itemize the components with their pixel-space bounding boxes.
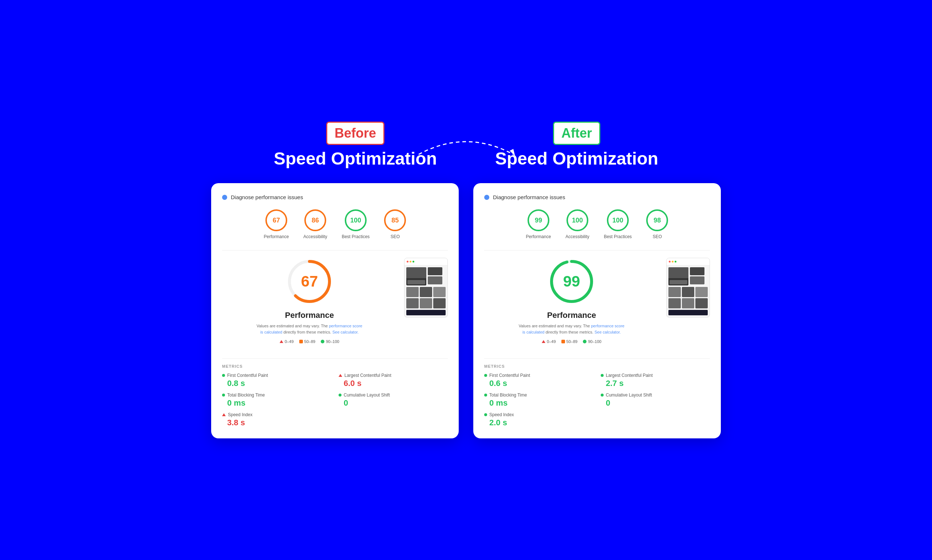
before-metrics-section: METRICS First Contentful Paint 0.8 s Lar… bbox=[222, 358, 448, 428]
mockup-dot-yellow bbox=[409, 261, 411, 263]
after-score-bestpractices: 100 Best Practices bbox=[604, 209, 632, 239]
metric-si-icon bbox=[222, 413, 226, 416]
metric-si-header: Speed Index bbox=[222, 412, 331, 417]
metric-cls-name: Cumulative Layout Shift bbox=[344, 392, 390, 398]
metric-cls-value: 0 bbox=[344, 398, 448, 408]
after-panel-title: Diagnose performance issues bbox=[493, 194, 565, 200]
after-perf-link2[interactable]: See calculator. bbox=[595, 330, 621, 334]
before-score-value-bp: 100 bbox=[350, 217, 361, 224]
after-metric-lcp-name: Largest Contentful Paint bbox=[606, 373, 653, 378]
before-preview bbox=[404, 258, 448, 349]
after-metrics-section: METRICS First Contentful Paint 0.6 s Lar… bbox=[484, 358, 710, 428]
after-metric-tbt-dot bbox=[484, 394, 487, 397]
after-score-value-perf: 99 bbox=[535, 217, 542, 224]
before-metrics-grid: First Contentful Paint 0.8 s Largest Con… bbox=[222, 373, 448, 428]
mockup-header bbox=[404, 258, 448, 265]
after-score-circle-seo: 98 bbox=[646, 209, 668, 231]
mockup-dot-green bbox=[412, 261, 414, 263]
after-metric-fcp-dot bbox=[484, 374, 487, 377]
after-mockup-dot-green bbox=[675, 261, 677, 263]
after-metric-tbt-value: 0 ms bbox=[489, 398, 594, 408]
before-legend: 0–49 50–89 90–100 bbox=[280, 339, 339, 344]
legend-item-low: 0–49 bbox=[280, 339, 294, 344]
before-big-circle: 67 bbox=[286, 258, 333, 305]
after-metric-tbt: Total Blocking Time 0 ms bbox=[484, 392, 594, 408]
after-big-score: 99 bbox=[563, 273, 580, 290]
before-left-content: 67 Performance Values are estimated and … bbox=[222, 258, 397, 349]
before-score-label-seo: SEO bbox=[391, 234, 400, 239]
metric-cls-header: Cumulative Layout Shift bbox=[338, 392, 448, 398]
after-badge: After bbox=[553, 122, 600, 145]
metric-lcp-icon bbox=[338, 374, 342, 377]
after-mockup bbox=[666, 258, 710, 317]
before-score-label-perf: Performance bbox=[264, 234, 289, 239]
after-scores-row: 99 Performance 100 Accessibility 100 Bes… bbox=[484, 209, 710, 239]
before-score-circle-seo: 85 bbox=[384, 209, 406, 231]
before-big-circle-container: 67 Performance Values are estimated and … bbox=[255, 258, 364, 344]
legend-circle-icon bbox=[321, 340, 325, 343]
metric-tbt-header: Total Blocking Time bbox=[222, 392, 331, 398]
before-panel-content: 67 Performance Values are estimated and … bbox=[222, 258, 448, 349]
metric-fcp-dot bbox=[222, 374, 225, 377]
metric-lcp: Largest Contentful Paint 6.0 s bbox=[338, 373, 448, 388]
before-score-value-acc: 86 bbox=[312, 217, 319, 224]
after-metric-cls-value: 0 bbox=[606, 398, 710, 408]
after-metrics-grid: First Contentful Paint 0.6 s Largest Con… bbox=[484, 373, 710, 428]
after-perf-title: Performance bbox=[547, 311, 596, 320]
before-mockup bbox=[404, 258, 448, 317]
before-score-value-seo: 85 bbox=[391, 217, 399, 224]
before-score-bestpractices: 100 Best Practices bbox=[342, 209, 370, 239]
before-panel-header: Diagnose performance issues bbox=[222, 194, 448, 200]
after-score-label-seo: SEO bbox=[653, 234, 662, 239]
metric-tbt-dot bbox=[222, 394, 225, 397]
before-perf-link2[interactable]: See calculator. bbox=[332, 330, 358, 334]
after-legend-triangle-icon bbox=[542, 340, 545, 343]
metric-fcp: First Contentful Paint 0.8 s bbox=[222, 373, 331, 388]
after-mockup-content bbox=[667, 265, 709, 317]
after-legend-circle-icon bbox=[583, 340, 586, 343]
after-score-seo: 98 SEO bbox=[646, 209, 668, 239]
metric-fcp-value: 0.8 s bbox=[227, 378, 331, 388]
mockup-content bbox=[404, 265, 448, 317]
main-container: Before Speed Optimization After Speed Op… bbox=[66, 122, 866, 438]
arrow-container bbox=[411, 132, 521, 162]
before-perf-title: Performance bbox=[285, 311, 334, 320]
after-metric-cls-header: Cumulative Layout Shift bbox=[601, 392, 710, 398]
after-legend: 0–49 50–89 90–100 bbox=[542, 339, 601, 344]
metric-si-value: 3.8 s bbox=[227, 418, 331, 428]
after-panel: Diagnose performance issues 99 Performan… bbox=[473, 183, 721, 438]
after-score-label-acc: Accessibility bbox=[565, 234, 589, 239]
before-big-score: 67 bbox=[301, 273, 318, 290]
after-metric-fcp-name: First Contentful Paint bbox=[489, 373, 530, 378]
after-score-circle-perf: 99 bbox=[528, 209, 549, 231]
after-metric-fcp-value: 0.6 s bbox=[489, 378, 594, 388]
after-metric-fcp: First Contentful Paint 0.6 s bbox=[484, 373, 594, 388]
after-score-circle-bp: 100 bbox=[607, 209, 629, 231]
after-preview bbox=[666, 258, 710, 349]
after-legend-item-low: 0–49 bbox=[542, 339, 555, 344]
metric-tbt: Total Blocking Time 0 ms bbox=[222, 392, 331, 408]
metric-tbt-name: Total Blocking Time bbox=[227, 392, 265, 398]
after-big-circle: 99 bbox=[548, 258, 595, 305]
after-score-label-perf: Performance bbox=[526, 234, 551, 239]
before-score-label-acc: Accessibility bbox=[303, 234, 327, 239]
before-score-accessibility: 86 Accessibility bbox=[303, 209, 327, 239]
after-metric-tbt-name: Total Blocking Time bbox=[489, 392, 527, 398]
after-score-value-bp: 100 bbox=[612, 217, 623, 224]
panels-container: Diagnose performance issues 67 Performan… bbox=[66, 183, 866, 438]
metric-cls-dot bbox=[338, 394, 341, 397]
before-perf-desc: Values are estimated and may vary. The p… bbox=[255, 323, 364, 335]
after-metrics-label: METRICS bbox=[484, 364, 710, 368]
before-score-circle-perf: 67 bbox=[265, 209, 287, 231]
after-mockup-dot-red bbox=[669, 261, 671, 263]
before-score-performance: 67 Performance bbox=[264, 209, 289, 239]
after-left-content: 99 Performance Values are estimated and … bbox=[484, 258, 659, 349]
metric-cls: Cumulative Layout Shift 0 bbox=[338, 392, 448, 408]
after-perf-desc: Values are estimated and may vary. The p… bbox=[517, 323, 626, 335]
after-mockup-dot-yellow bbox=[672, 261, 674, 263]
before-score-circle-bp: 100 bbox=[345, 209, 367, 231]
after-score-label-bp: Best Practices bbox=[604, 234, 632, 239]
after-score-value-seo: 98 bbox=[654, 217, 661, 224]
before-panel-title: Diagnose performance issues bbox=[231, 194, 303, 200]
after-score-performance: 99 Performance bbox=[526, 209, 551, 239]
